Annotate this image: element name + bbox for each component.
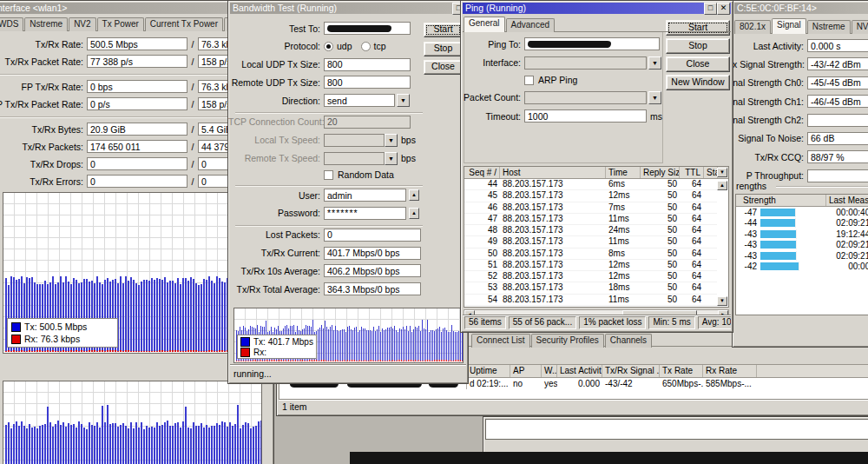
reply-size-column-header[interactable]: Reply Size [641,167,680,178]
strength-row[interactable]: -42 00:00: [736,262,868,273]
status-column-header[interactable]: Sta [704,167,718,178]
password-input[interactable]: ******* [324,207,406,220]
column-header[interactable]: Last Activit... [557,365,602,377]
ping-result-row[interactable]: 44 88.203.157.173 6ms 50 64 [464,179,717,190]
udp-radio[interactable] [324,42,333,51]
rate-chart-legend: Tx: 500.5 Mbps Rx: 76.3 kbps [7,318,118,348]
ping-result-row[interactable]: 54 88.203.157.173 11ms 50 64 [464,295,717,306]
chevron-up-icon[interactable]: ▲ [409,189,419,201]
direction-select[interactable]: send [324,94,395,107]
local-tx-speed-input[interactable] [324,134,385,147]
last-measure-column-header[interactable]: Last Measure [826,195,868,206]
ping-result-row[interactable]: 46 88.203.157.173 7ms 50 64 [464,202,717,214]
station-tab[interactable]: Nstreme [807,20,851,34]
chevron-down-icon[interactable]: ▼ [648,91,661,104]
strength-column-header[interactable]: Strength [736,195,826,206]
ping-result-row[interactable]: 47 88.203.157.173 11ms 50 64 [464,214,717,225]
close-button[interactable]: Close [666,56,730,72]
scroll-up-icon[interactable]: ▲ [717,181,727,190]
ping-result-row[interactable]: 49 88.203.157.173 11ms 50 64 [464,236,717,248]
host-cell: 88.203.157.173 [500,214,606,224]
ping-result-row[interactable]: 55 88.203.157.173 11ms 50 64 [464,306,717,307]
ping-tab[interactable]: General [464,17,505,32]
random-data-checkbox[interactable] [324,170,333,180]
chevron-down-icon[interactable]: ▼ [397,94,410,107]
desktop-strip [350,452,868,464]
stat-tx-field: 0 [87,157,187,170]
interface-tab[interactable]: NV2 [69,17,95,31]
chevron-down-icon[interactable]: ▼ [648,56,661,70]
column-header[interactable]: Tx/Rx Signal ... [602,365,660,377]
ping-to-input[interactable] [524,37,660,50]
column-header[interactable]: Uptime [467,365,510,377]
ping-result-row[interactable]: 50 88.203.157.173 8ms 50 64 [464,249,717,260]
bandwidth-test-form: Test To: Protocol: udp tcp Local UDP Tx … [228,22,430,301]
ping-result-row[interactable]: 45 88.203.157.173 12ms 50 64 [464,190,717,202]
strength-row[interactable]: -43 02:09:21. [736,240,868,251]
time-cell: 11ms [606,236,641,247]
interface-tab[interactable]: Nstreme [24,17,68,31]
ping-tab[interactable]: Advanced [506,18,555,32]
tx-legend-label: Tx: 401.7 Mbps [253,337,313,347]
strength-row[interactable]: -44 02:09:21. [736,218,868,229]
host-column-header[interactable]: Host [500,167,606,178]
strength-row[interactable]: -43 02:09:21. [736,250,868,262]
remote-tx-speed-input[interactable] [324,152,385,165]
wireless-tables-tab[interactable]: Channels [605,334,652,348]
new-window-button[interactable]: New Window [666,75,730,90]
ping-result-row[interactable]: 53 88.203.157.173 18ms 50 64 [464,282,717,294]
seq-column-header[interactable]: Seq # / [464,167,500,178]
station-tab[interactable]: NV2 [852,20,868,34]
ping-result-row[interactable]: 48 88.203.157.173 24ms 50 64 [464,225,717,236]
chevron-up-icon[interactable]: ▲ [409,208,419,219]
column-header[interactable]: Tx Rate [660,365,703,377]
packet-count-select[interactable] [524,91,647,104]
column-picker-icon[interactable]: ▼ [717,168,727,177]
reply-size-cell: 50 [641,236,680,247]
stat-tx-field: 0 bps [87,80,187,93]
stop-button[interactable]: Stop [666,38,730,54]
scroll-down-icon[interactable]: ▼ [717,296,727,306]
strength-row[interactable]: -43 19:12:44. [736,229,868,240]
ttl-column-header[interactable]: TTL [680,167,704,178]
ping-result-row[interactable]: 51 88.203.157.173 12ms 50 64 [464,260,717,271]
interface-select[interactable] [524,56,647,70]
column-header[interactable]: Rx Rate [703,365,757,377]
ping-result-row[interactable]: 52 88.203.157.173 12ms 50 64 [464,271,717,282]
timeout-input[interactable]: 1000 [524,109,647,123]
start-button[interactable]: Start [424,23,463,37]
maximize-icon[interactable]: □ [704,3,717,15]
station-tab[interactable]: 802.1x [734,20,771,34]
udp-radio-label: udp [337,41,352,51]
interface-tab[interactable]: Current Tx Power [145,17,223,31]
station-tab[interactable]: Signal [772,18,806,34]
start-button[interactable]: Start [666,20,730,36]
column-header[interactable]: AP [510,365,542,377]
interface-tab[interactable]: WDS [0,17,23,31]
interface-tab[interactable]: Tx Power [97,17,144,31]
tcp-radio[interactable] [361,42,371,51]
arp-ping-checkbox[interactable] [524,76,534,85]
column-header[interactable]: W... [542,365,557,377]
close-icon[interactable]: ✕ [717,3,730,15]
signal-field-value: -46/-45 dBm [807,95,868,108]
test-to-input[interactable] [324,22,411,35]
seq-cell: 49 [464,236,500,247]
chevron-down-icon[interactable]: ▼ [385,152,398,165]
last-measure-value: 02:09:21. [796,240,868,249]
remote-udp-size-input[interactable]: 800 [324,76,411,89]
bandwidth-window-titlebar[interactable]: Bandwidth Test (Running) [230,3,466,14]
wireless-tables-tab[interactable]: Connect List [471,334,530,348]
reply-size-cell: 50 [641,190,680,201]
time-column-header[interactable]: Time [606,167,641,178]
user-input[interactable]: admin [324,189,406,202]
close-button[interactable]: Close [424,60,463,75]
strength-row[interactable]: -47 00:00:40. [736,207,868,218]
wireless-tables-tab[interactable]: Security Profiles [531,334,604,348]
station-window-titlebar[interactable]: C:5E:0C:0F:BF:14> [734,3,868,14]
local-udp-size-input[interactable]: 800 [324,58,411,71]
stop-button[interactable]: Stop [424,42,463,56]
ping-window-titlebar[interactable]: Ping (Running) [463,3,731,14]
bandwidth-chart-legend: Tx: 401.7 Mbps Rx: [237,335,317,359]
chevron-down-icon[interactable]: ▼ [385,134,398,147]
